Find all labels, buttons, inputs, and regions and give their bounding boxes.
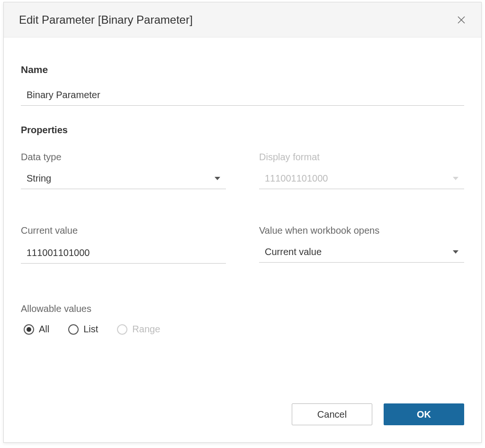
dialog-body: Name Properties Data type String Display… <box>4 37 481 403</box>
radio-all-label: All <box>39 324 49 335</box>
display-format-field-group: Display format 111001101000 <box>259 152 464 189</box>
properties-row-2: Current value Value when workbook opens … <box>21 225 464 264</box>
name-heading: Name <box>21 64 464 75</box>
edit-parameter-dialog: Edit Parameter [Binary Parameter] Name P… <box>3 2 482 443</box>
value-on-open-value: Current value <box>265 247 322 257</box>
current-value-field-group: Current value <box>21 225 226 264</box>
radio-icon <box>117 324 127 335</box>
dialog-title: Edit Parameter [Binary Parameter] <box>19 13 193 27</box>
radio-selected-dot <box>27 327 31 332</box>
data-type-select[interactable]: String <box>21 169 226 189</box>
value-on-open-label: Value when workbook opens <box>259 225 464 236</box>
data-type-label: Data type <box>21 152 226 163</box>
properties-row-1: Data type String Display format 11100110… <box>21 152 464 189</box>
name-input[interactable] <box>21 85 464 106</box>
allowable-values-section: Allowable values All List Range <box>21 303 464 335</box>
radio-icon <box>68 324 79 335</box>
dialog-titlebar: Edit Parameter [Binary Parameter] <box>4 2 481 37</box>
close-icon <box>457 16 466 24</box>
current-value-input[interactable] <box>21 243 226 264</box>
properties-heading: Properties <box>21 125 464 136</box>
current-value-label: Current value <box>21 225 226 236</box>
dialog-footer: Cancel OK <box>4 403 481 442</box>
chevron-down-icon <box>453 177 458 180</box>
data-type-value: String <box>27 173 51 184</box>
radio-range-label: Range <box>132 324 160 335</box>
data-type-field-group: Data type String <box>21 152 226 189</box>
radio-list[interactable]: List <box>68 324 98 335</box>
radio-all[interactable]: All <box>24 324 49 335</box>
close-button[interactable] <box>455 13 468 27</box>
allowable-values-label: Allowable values <box>21 303 464 314</box>
radio-icon <box>24 324 34 335</box>
cancel-button[interactable]: Cancel <box>292 403 372 425</box>
display-format-value: 111001101000 <box>265 173 328 184</box>
display-format-select: 111001101000 <box>259 169 464 189</box>
radio-range: Range <box>117 324 160 335</box>
chevron-down-icon <box>215 177 220 180</box>
ok-button[interactable]: OK <box>384 403 464 425</box>
display-format-label: Display format <box>259 152 464 163</box>
radio-list-label: List <box>83 324 98 335</box>
value-on-open-field-group: Value when workbook opens Current value <box>259 225 464 264</box>
chevron-down-icon <box>453 250 458 254</box>
ok-button-label: OK <box>417 409 431 420</box>
allowable-values-radio-group: All List Range <box>21 324 464 335</box>
cancel-button-label: Cancel <box>317 409 347 420</box>
value-on-open-select[interactable]: Current value <box>259 243 464 263</box>
